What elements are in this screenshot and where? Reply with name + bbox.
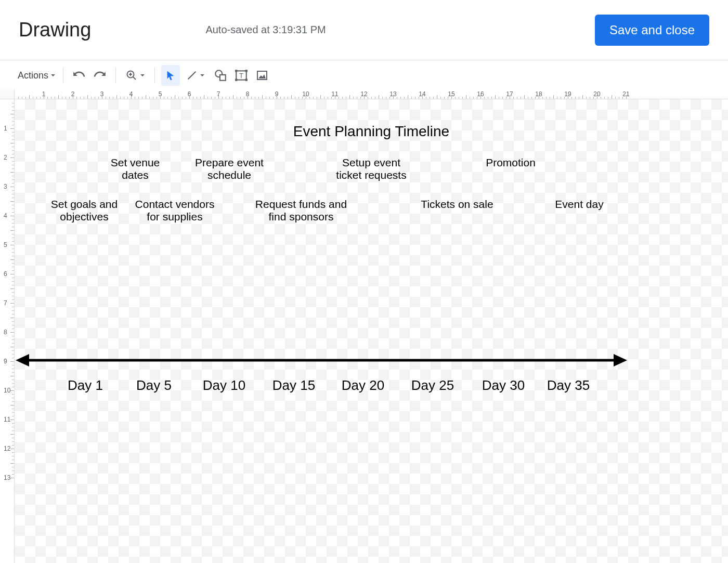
ruler-corner xyxy=(0,90,15,99)
zoom-button[interactable] xyxy=(122,65,148,86)
caret-down-icon xyxy=(50,73,56,78)
ruler-v-number: 3 xyxy=(4,183,7,190)
ruler-v-number: 7 xyxy=(4,299,7,307)
ruler-v-number: 1 xyxy=(4,125,7,132)
day-label[interactable]: Day 15 xyxy=(272,377,315,394)
canvas-title-text[interactable]: Event Planning Timeline xyxy=(293,123,449,140)
ruler-v-number: 9 xyxy=(4,358,7,365)
ruler-v-number: 4 xyxy=(4,212,7,219)
cursor-icon xyxy=(165,70,176,81)
event-label[interactable]: Promotion xyxy=(486,156,536,169)
zoom-icon xyxy=(125,69,138,82)
svg-marker-15 xyxy=(16,354,29,366)
ruler-v-number: 12 xyxy=(4,445,10,452)
caret-down-icon xyxy=(140,73,145,78)
undo-icon xyxy=(72,69,86,82)
autosave-status: Auto-saved at 3:19:31 PM xyxy=(205,24,326,36)
ruler-v-number: 6 xyxy=(4,270,7,278)
svg-line-4 xyxy=(188,72,196,80)
day-label[interactable]: Day 30 xyxy=(482,377,525,394)
event-label[interactable]: Tickets on sale xyxy=(421,198,493,211)
event-label[interactable]: Set venue dates xyxy=(111,156,160,181)
save-and-close-button[interactable]: Save and close xyxy=(595,15,709,46)
timeline-arrow[interactable] xyxy=(15,350,728,371)
ruler-v-number: 11 xyxy=(4,416,10,423)
image-icon xyxy=(256,69,268,82)
ruler-v-number: 8 xyxy=(4,329,7,336)
actions-label: Actions xyxy=(18,70,48,81)
svg-rect-10 xyxy=(235,79,237,81)
textbox-tool-button[interactable]: T xyxy=(232,65,251,86)
event-label[interactable]: Setup event ticket requests xyxy=(336,156,406,181)
event-label[interactable]: Event day xyxy=(555,198,603,211)
day-label[interactable]: Day 10 xyxy=(203,377,245,394)
ruler-v-number: 2 xyxy=(4,154,7,161)
textbox-icon: T xyxy=(235,69,248,82)
actions-menu-button[interactable]: Actions xyxy=(18,65,57,86)
svg-rect-6 xyxy=(220,75,226,81)
svg-marker-16 xyxy=(614,354,627,366)
day-label[interactable]: Day 35 xyxy=(547,377,590,394)
toolbar-separator xyxy=(63,68,63,83)
workspace: 123456789101112131415161718192021 123456… xyxy=(0,90,728,563)
horizontal-ruler[interactable]: 123456789101112131415161718192021 xyxy=(15,90,728,99)
day-label[interactable]: Day 20 xyxy=(342,377,384,394)
event-label[interactable]: Request funds and find sponsors xyxy=(255,198,347,223)
caret-down-icon xyxy=(200,73,205,78)
shape-tool-button[interactable] xyxy=(211,65,230,86)
svg-line-1 xyxy=(133,77,136,80)
vertical-ruler[interactable]: 12345678910111213 xyxy=(0,99,15,563)
image-tool-button[interactable] xyxy=(253,65,271,86)
day-label[interactable]: Day 1 xyxy=(68,377,103,394)
svg-text:T: T xyxy=(239,72,243,80)
svg-rect-9 xyxy=(245,70,248,72)
ruler-v-number: 10 xyxy=(4,387,10,394)
line-tool-button[interactable] xyxy=(182,65,209,86)
redo-button[interactable] xyxy=(90,65,109,86)
redo-icon xyxy=(93,69,107,82)
day-label[interactable]: Day 5 xyxy=(136,377,172,394)
drawing-canvas[interactable]: Event Planning Timeline Set venue datesP… xyxy=(15,99,728,563)
event-label[interactable]: Contact vendors for supplies xyxy=(135,198,215,223)
toolbar: Actions xyxy=(0,60,728,90)
event-label[interactable]: Prepare event schedule xyxy=(195,156,264,181)
shape-icon xyxy=(214,69,227,82)
day-label[interactable]: Day 25 xyxy=(411,377,454,394)
undo-button[interactable] xyxy=(70,65,88,86)
toolbar-separator xyxy=(115,68,116,83)
event-label[interactable]: Set goals and objectives xyxy=(51,198,118,223)
svg-rect-8 xyxy=(235,70,237,72)
svg-rect-11 xyxy=(245,79,248,81)
ruler-v-number: 5 xyxy=(4,241,7,248)
line-icon xyxy=(186,70,198,81)
toolbar-separator xyxy=(154,68,155,83)
ruler-v-number: 13 xyxy=(4,474,10,481)
dialog-header: Drawing Auto-saved at 3:19:31 PM Save an… xyxy=(0,0,728,60)
select-tool-button[interactable] xyxy=(161,65,180,86)
dialog-title: Drawing xyxy=(19,19,91,41)
